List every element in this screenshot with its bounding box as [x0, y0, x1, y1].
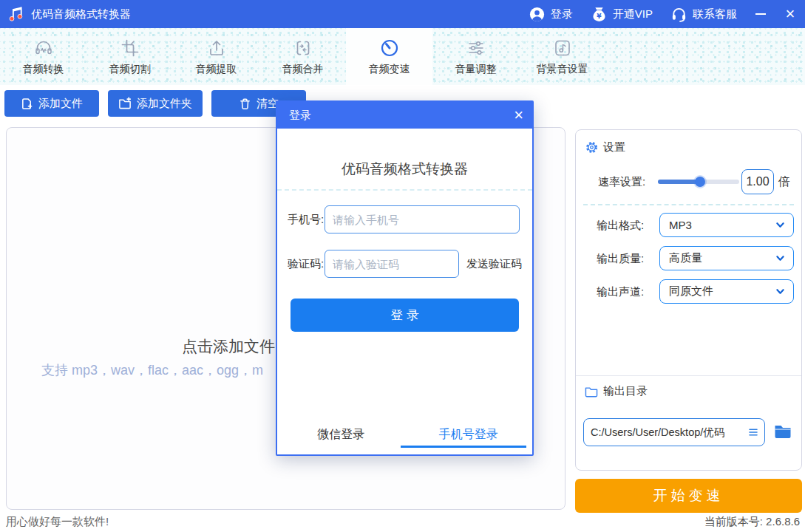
output-quality-label: 输出质量: [597, 246, 644, 270]
login-titlebar-button[interactable]: 登录 [520, 0, 582, 28]
gear-icon [585, 141, 598, 154]
add-folder-label: 添加文件夹 [137, 97, 192, 111]
sliders-icon [466, 38, 486, 58]
contact-support-label: 联系客服 [693, 7, 737, 21]
dashed-divider [583, 204, 794, 205]
output-quality-select[interactable]: 高质量 [659, 246, 794, 270]
login-modal-title: 登录 [289, 109, 311, 123]
rate-value-input[interactable]: 1.00 [741, 169, 774, 194]
folder-outline-icon [585, 386, 598, 398]
menu-icon[interactable] [748, 427, 758, 437]
app-window: 优码音频格式转换器 登录 ¥ 开通VIP [0, 0, 805, 532]
login-modal-header: 登录 × [277, 102, 532, 129]
rate-unit-label: 倍 [778, 168, 790, 195]
svg-text:¥: ¥ [597, 12, 602, 19]
send-code-button[interactable]: 发送验证码 [466, 250, 522, 278]
login-modal: 登录 × 优码音频格式转换器 手机号: 验证码: 发送验证码 登 录 微信登录 … [276, 100, 534, 456]
output-format-select[interactable]: MP3 [659, 213, 794, 237]
output-dir-label: 输出目录 [603, 384, 648, 398]
chevron-down-icon [775, 253, 786, 264]
trash-icon [239, 98, 251, 110]
output-channel-select[interactable]: 同原文件 [659, 279, 794, 304]
output-format-label: 输出格式: [597, 213, 644, 237]
output-channel-row: 输出声道: 同原文件 [576, 279, 801, 304]
folder-filled-icon [774, 423, 792, 439]
rate-slider[interactable] [658, 180, 739, 184]
headphones-icon [33, 38, 54, 58]
tab-wechat-login[interactable]: 微信登录 [277, 425, 405, 444]
output-path-input[interactable]: C:/Users/User/Desktop/优码 [583, 418, 765, 446]
speed-clock-icon [379, 38, 400, 58]
add-file-button[interactable]: 添加文件 [4, 90, 99, 117]
modal-close-icon[interactable]: × [514, 107, 523, 123]
output-channel-label: 输出声道: [597, 279, 644, 304]
login-titlebar-label: 登录 [551, 7, 573, 21]
open-vip-label: 开通VIP [613, 7, 653, 21]
toolbar: 音频转换 音频切割 音频提取 音频合并 [0, 28, 805, 85]
tab-label: 音频合并 [282, 63, 324, 76]
section-divider [576, 375, 801, 376]
drop-zone-hint: 点击添加文件 [182, 336, 275, 357]
code-label: 验证码: [288, 250, 324, 278]
chevron-down-icon [775, 286, 786, 297]
open-vip-button[interactable]: ¥ 开通VIP [582, 0, 662, 28]
user-circle-icon [529, 6, 546, 23]
tab-audio-merge[interactable]: 音频合并 [259, 28, 346, 85]
close-window-button[interactable]: × [775, 0, 805, 28]
titlebar: 优码音频格式转换器 登录 ¥ 开通VIP [0, 0, 805, 28]
tab-label: 背景音设置 [537, 63, 588, 76]
code-input[interactable] [325, 250, 459, 278]
minimize-button[interactable] [746, 0, 775, 28]
tab-audio-cut[interactable]: 音频切割 [86, 28, 173, 85]
chevron-down-icon [775, 219, 786, 231]
app-title: 优码音频格式转换器 [31, 7, 131, 21]
status-slogan: 用心做好每一款软件! [6, 515, 109, 529]
merge-icon [293, 38, 313, 58]
output-dir-header: 输出目录 [585, 384, 648, 398]
folder-plus-icon [118, 97, 132, 110]
phone-row: 手机号: [277, 205, 532, 233]
settings-panel: 设置 速率设置: 1.00 倍 输出格式: MP3 输出质量: 高质量 [575, 129, 802, 471]
tab-label: 音频切割 [109, 63, 151, 76]
login-submit-button[interactable]: 登 录 [291, 299, 519, 332]
output-quality-value: 高质量 [669, 251, 775, 265]
tab-audio-speed[interactable]: 音频变速 [346, 28, 432, 85]
version-label: 当前版本号: 2.6.8.6 [704, 515, 800, 529]
tab-phone-login[interactable]: 手机号登录 [405, 425, 533, 444]
output-path-value: C:/Users/User/Desktop/优码 [591, 426, 747, 440]
modal-app-title: 优码音频格式转换器 [277, 160, 532, 179]
minimize-icon [755, 13, 766, 15]
output-channel-value: 同原文件 [669, 284, 775, 299]
modal-dashed-divider [277, 189, 532, 191]
tab-label: 音量调整 [455, 63, 497, 76]
code-row: 验证码: 发送验证码 [277, 250, 532, 278]
tab-volume-adjust[interactable]: 音量调整 [432, 28, 519, 85]
headset-icon [670, 6, 687, 23]
tab-background-sound[interactable]: 背景音设置 [519, 28, 605, 85]
output-format-value: MP3 [669, 219, 775, 231]
action-buttons-row: 添加文件 添加文件夹 清空 [4, 90, 306, 117]
contact-support-button[interactable]: 联系客服 [662, 0, 746, 28]
output-quality-row: 输出质量: 高质量 [576, 246, 801, 270]
browse-folder-button[interactable] [772, 423, 793, 442]
settings-header: 设置 [585, 140, 625, 154]
phone-input[interactable] [325, 205, 520, 233]
tab-label: 音频提取 [196, 63, 237, 76]
start-speed-change-button[interactable]: 开始变速 [575, 479, 802, 513]
tab-audio-extract[interactable]: 音频提取 [173, 28, 259, 85]
crop-icon [120, 38, 140, 58]
settings-title: 设置 [603, 140, 625, 154]
tab-audio-convert[interactable]: 音频转换 [0, 28, 86, 85]
music-note-square-icon [552, 38, 573, 58]
rate-setting-row: 速率设置: 1.00 倍 [576, 168, 801, 195]
add-file-label: 添加文件 [38, 97, 83, 111]
add-folder-button[interactable]: 添加文件夹 [108, 90, 203, 117]
money-bag-icon: ¥ [591, 6, 608, 23]
phone-label: 手机号: [288, 205, 324, 233]
login-tabs: 微信登录 手机号登录 [277, 425, 532, 444]
upload-icon [206, 38, 227, 58]
file-plus-icon [21, 98, 33, 110]
rate-slider-thumb[interactable] [695, 177, 705, 187]
app-logo-music-notes-icon [7, 5, 25, 23]
tab-label: 音频转换 [23, 63, 64, 76]
